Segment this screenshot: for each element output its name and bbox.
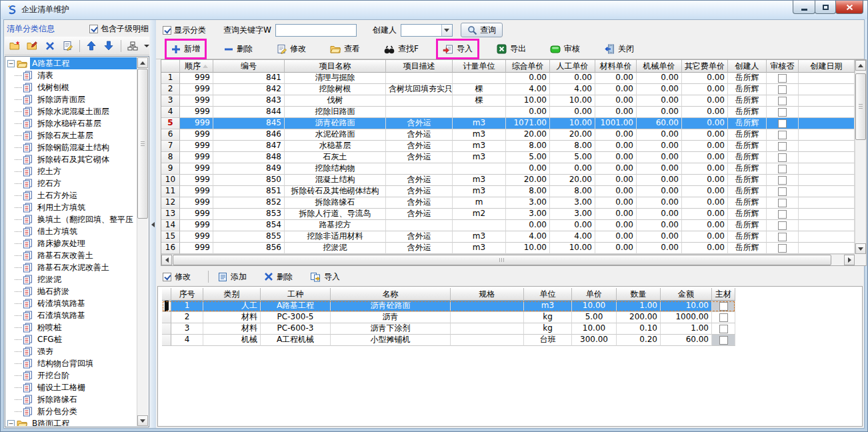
table-row[interactable]: 8999848石灰土含外运m35.005.000.000.000.00岳所辉 bbox=[161, 152, 866, 163]
titlebar[interactable]: 企业清单维护 bbox=[1, 1, 867, 19]
audit-checkbox[interactable] bbox=[778, 244, 787, 253]
column-header[interactable]: 单价 bbox=[572, 288, 617, 301]
column-header[interactable] bbox=[161, 60, 180, 73]
tree-node-item[interactable]: 路床掺灰处理 bbox=[6, 237, 137, 249]
tree-node-item[interactable]: 拆除沥青面层 bbox=[6, 93, 137, 105]
tree-node-item[interactable]: 清表 bbox=[6, 69, 137, 81]
detail-add-button[interactable]: 添加 bbox=[218, 271, 247, 283]
tree-node-item[interactable]: 挖淤泥 bbox=[6, 273, 137, 285]
column-header[interactable]: 规格 bbox=[451, 288, 524, 301]
delete-x-button[interactable] bbox=[43, 39, 57, 53]
column-header[interactable] bbox=[162, 288, 171, 301]
tree-node-item[interactable]: 结构物台背回填 bbox=[6, 357, 137, 369]
column-header[interactable]: 主材 bbox=[712, 288, 735, 301]
tree-node-item[interactable]: 借土方填筑 bbox=[6, 225, 137, 237]
scroll-left-button[interactable] bbox=[161, 255, 172, 265]
include-children-checkbox[interactable] bbox=[89, 25, 98, 33]
audit-checkbox[interactable] bbox=[778, 85, 787, 94]
tree-node-item[interactable]: 拆除水稳碎石基层 bbox=[6, 117, 137, 129]
tree-node-item[interactable]: 开挖台阶 bbox=[6, 369, 137, 381]
tree-node-item[interactable]: 拆除石灰土基层 bbox=[6, 129, 137, 141]
rename-note-button[interactable] bbox=[60, 39, 75, 53]
scroll-thumb[interactable] bbox=[173, 255, 831, 265]
action-close-button[interactable]: 关闭 bbox=[599, 41, 639, 57]
audit-checkbox[interactable] bbox=[778, 187, 787, 196]
collapse-left-icon[interactable] bbox=[151, 222, 155, 227]
new-category-button[interactable] bbox=[7, 39, 22, 53]
expander-icon[interactable]: − bbox=[7, 60, 15, 67]
column-header[interactable]: 名称 bbox=[331, 288, 451, 301]
tree-node-item[interactable]: 抛石挤淤 bbox=[6, 285, 137, 297]
table-row[interactable]: 13999853拆除人行道、导流岛含外运m23.003.000.000.000.… bbox=[161, 209, 866, 220]
tree-node-item[interactable]: CFG桩 bbox=[6, 333, 137, 345]
column-header[interactable]: 审核否 bbox=[767, 60, 799, 73]
action-modify-button[interactable]: 修改 bbox=[272, 41, 311, 57]
tree-node-item[interactable]: 挖石方 bbox=[6, 177, 137, 189]
audit-checkbox[interactable] bbox=[778, 210, 787, 219]
column-header[interactable]: 材料单价 bbox=[595, 60, 637, 73]
table-row[interactable]: 15999855挖除非适用材料含外运m34.004.000.000.000.00… bbox=[161, 231, 866, 243]
column-header[interactable]: 顺序 bbox=[180, 60, 213, 73]
tree-node-item[interactable]: 伐树刨根 bbox=[6, 81, 137, 93]
audit-checkbox[interactable] bbox=[778, 221, 787, 230]
audit-checkbox[interactable] bbox=[778, 97, 787, 105]
table-row[interactable]: 3999843伐树棵10.0010.000.000.000.00岳所辉 bbox=[161, 95, 866, 107]
tree-node-item[interactable]: 利用土方填筑 bbox=[6, 201, 137, 213]
action-import-button[interactable]: 导入 bbox=[438, 41, 477, 57]
tree-node-item[interactable]: 新分包分类 bbox=[6, 405, 137, 417]
column-header[interactable]: 金额 bbox=[661, 288, 712, 301]
scroll-down-button[interactable] bbox=[137, 415, 148, 426]
table-row[interactable]: 16999856挖淤泥含外运m310.0010.000.000.000.00岳所… bbox=[161, 243, 866, 254]
creator-select[interactable] bbox=[401, 24, 453, 37]
main-material-checkbox[interactable] bbox=[719, 313, 728, 322]
maximize-button[interactable] bbox=[815, 1, 836, 14]
table-row[interactable]: 4999844挖除旧路面0.000.000.000.000.00岳所辉 bbox=[161, 107, 866, 118]
audit-checkbox[interactable] bbox=[778, 176, 787, 185]
action-delete-button[interactable]: 删除 bbox=[219, 41, 257, 57]
audit-checkbox[interactable] bbox=[778, 233, 787, 241]
tree-node-item[interactable]: 砖渣填筑路基 bbox=[6, 297, 137, 309]
main-material-checkbox[interactable] bbox=[719, 302, 728, 311]
column-header[interactable]: 创建日期 bbox=[799, 60, 855, 73]
column-header[interactable]: 机械单价 bbox=[637, 60, 682, 73]
audit-checkbox[interactable] bbox=[778, 74, 787, 83]
tree-node-root[interactable]: −A路基工程 bbox=[6, 57, 137, 69]
combo-dropdown-button[interactable] bbox=[441, 25, 452, 36]
table-row[interactable]: 5999845沥青砼路面含外运m31071.0010.001001.0060.0… bbox=[161, 118, 866, 129]
minimize-button[interactable] bbox=[793, 1, 815, 14]
detail-row[interactable]: 3材料PC-600-3沥青下涂剂kg10.000.101.00 bbox=[162, 323, 735, 335]
tree-node-item[interactable]: 路基石灰改善土 bbox=[6, 249, 137, 261]
column-header[interactable]: 计量单位 bbox=[453, 60, 506, 73]
search-button[interactable]: 查询 bbox=[461, 23, 503, 37]
tree-node-root[interactable]: −B路面工程 bbox=[6, 417, 137, 426]
table-row[interactable]: 6999846水泥砼路面含外运m320.0020.000.000.000.00岳… bbox=[161, 129, 866, 141]
tree-node-item[interactable]: 拆除钢筋混凝土结构 bbox=[6, 141, 137, 153]
action-view-button[interactable]: 查看 bbox=[325, 41, 365, 57]
table-row[interactable]: 10999850混凝土结构含外运m320.0020.000.000.000.00… bbox=[161, 175, 866, 186]
audit-checkbox[interactable] bbox=[778, 199, 787, 207]
action-add-button[interactable]: 新增 bbox=[167, 41, 205, 57]
column-header[interactable]: 工种 bbox=[261, 288, 331, 301]
scroll-thumb[interactable] bbox=[137, 69, 148, 219]
table-row[interactable]: 9999849挖除结构物0.000.000.000.000.00岳所辉 bbox=[161, 163, 866, 175]
dropdown-caret-icon[interactable] bbox=[144, 45, 149, 47]
scroll-right-button[interactable] bbox=[844, 255, 855, 265]
move-down-button[interactable] bbox=[101, 39, 116, 53]
tree-node-item[interactable]: 拆除路缘石 bbox=[6, 393, 137, 405]
table-row[interactable]: 12999852拆除路缘石含外运m3.003.000.000.000.00岳所辉 bbox=[161, 197, 866, 209]
edit-category-button[interactable] bbox=[25, 39, 39, 53]
audit-checkbox[interactable] bbox=[778, 131, 787, 139]
audit-checkbox[interactable] bbox=[778, 165, 787, 173]
scroll-down-button[interactable] bbox=[855, 243, 866, 254]
tree-node-item[interactable]: 拆除砖石及其它砌体 bbox=[6, 153, 137, 165]
tree-node-item[interactable]: 石渣填筑路基 bbox=[6, 309, 137, 321]
tree-node-item[interactable]: 粉喷桩 bbox=[6, 321, 137, 333]
column-header[interactable]: 数量 bbox=[617, 288, 661, 301]
column-header[interactable]: 单位 bbox=[524, 288, 572, 301]
table-row[interactable]: 7999847水稳基层含外运m38.008.000.000.000.00岳所辉 bbox=[161, 141, 866, 152]
scroll-up-button[interactable] bbox=[855, 60, 866, 71]
column-header[interactable]: 综合单价 bbox=[506, 60, 550, 73]
audit-checkbox[interactable] bbox=[778, 108, 787, 117]
tree-node-item[interactable]: 路基石灰水泥改善土 bbox=[6, 261, 137, 273]
keyword-input[interactable] bbox=[275, 24, 357, 37]
